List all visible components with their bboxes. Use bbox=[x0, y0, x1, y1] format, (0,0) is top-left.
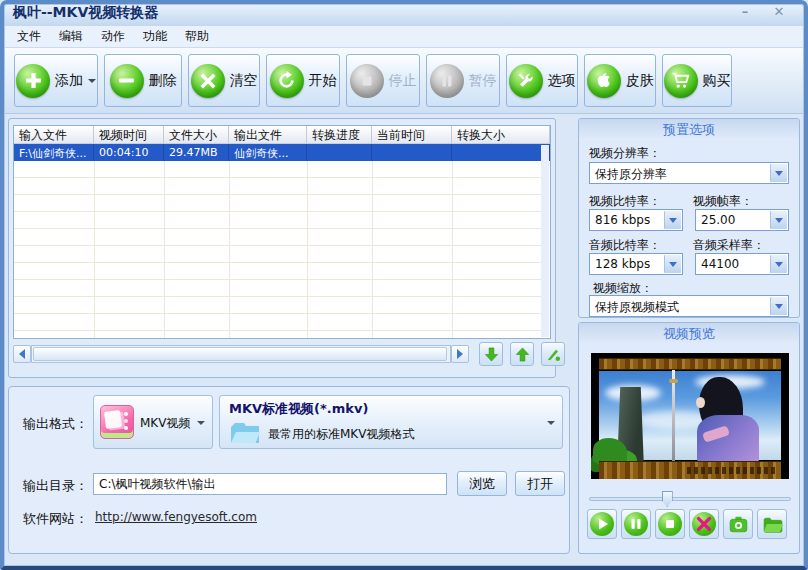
seek-slider[interactable] bbox=[589, 491, 791, 507]
slider-track[interactable] bbox=[589, 497, 791, 501]
play-icon bbox=[590, 512, 614, 536]
scrollbar-track[interactable] bbox=[31, 345, 451, 363]
open-folder-icon bbox=[761, 513, 784, 536]
scroll-right-button[interactable] bbox=[451, 345, 469, 363]
framerate-label: 视频帧率： bbox=[693, 193, 753, 210]
menu-function[interactable]: 功能 bbox=[134, 26, 176, 47]
options-button[interactable]: 选项 bbox=[506, 54, 578, 107]
output-dir-input[interactable] bbox=[93, 473, 447, 495]
col-progress[interactable]: 转换进度 bbox=[307, 126, 372, 143]
start-refresh-icon bbox=[270, 64, 304, 98]
add-button[interactable]: 添加 bbox=[14, 54, 98, 107]
video-scene bbox=[599, 371, 781, 460]
stop-preview-button[interactable] bbox=[655, 509, 685, 539]
video-zoom-dropdown[interactable]: 保持原视频模式 bbox=[589, 295, 789, 317]
audio-bitrate-dropdown[interactable]: 128 kbps bbox=[589, 253, 683, 275]
menu-edit[interactable]: 编辑 bbox=[50, 26, 92, 47]
video-bitrate-label: 视频比特率： bbox=[589, 193, 661, 210]
dropdown-button[interactable] bbox=[770, 164, 787, 182]
left-arrow-icon bbox=[14, 349, 25, 359]
pause-icon bbox=[624, 512, 648, 536]
col-output-file[interactable]: 输出文件 bbox=[229, 126, 307, 143]
snapshot-button[interactable] bbox=[723, 509, 753, 539]
move-up-button[interactable] bbox=[510, 342, 534, 366]
move-down-button[interactable] bbox=[479, 342, 503, 366]
preset-options-box: 预置选项 视频分辨率： 保持原分辨率 视频比特率： 视频帧率： 816 kbps… bbox=[578, 118, 800, 318]
vertical-scroll-strip bbox=[541, 145, 549, 337]
clear-x-icon bbox=[191, 64, 225, 98]
col-file-size[interactable]: 文件大小 bbox=[164, 126, 229, 143]
dropdown-button[interactable] bbox=[770, 255, 787, 273]
dropdown-caret-icon bbox=[197, 421, 205, 429]
menu-action[interactable]: 动作 bbox=[92, 26, 134, 47]
video-bitrate-dropdown[interactable]: 816 kbps bbox=[589, 209, 683, 231]
mkv-format-icon bbox=[100, 405, 134, 439]
play-button[interactable] bbox=[587, 509, 617, 539]
dropdown-caret-icon bbox=[88, 79, 96, 87]
cancel-button[interactable] bbox=[689, 509, 719, 539]
menu-file[interactable]: 文件 bbox=[8, 26, 50, 47]
clear-button[interactable]: 清空 bbox=[188, 54, 260, 107]
col-current-time[interactable]: 当前时间 bbox=[372, 126, 452, 143]
open-folder-button[interactable] bbox=[757, 509, 787, 539]
col-converted-size[interactable]: 转换大小 bbox=[452, 126, 550, 143]
chevron-down-icon bbox=[669, 262, 677, 271]
cancel-x-icon bbox=[692, 512, 716, 536]
resolution-dropdown[interactable]: 保持原分辨率 bbox=[589, 162, 789, 184]
website-link[interactable]: http://www.fengyesoft.com bbox=[95, 510, 257, 524]
format-dropdown[interactable]: MKV视频 bbox=[93, 395, 213, 449]
add-plus-icon bbox=[16, 64, 50, 98]
profile-dropdown[interactable]: MKV标准视频(*.mkv) 最常用的标准MKV视频格式 bbox=[219, 395, 563, 449]
stop-button[interactable]: 停止 bbox=[346, 54, 420, 107]
edit-pen-button[interactable] bbox=[541, 342, 565, 366]
buy-cart-icon bbox=[664, 64, 698, 98]
website-label: 软件网站： bbox=[23, 510, 88, 528]
file-list-panel: 输入文件 视频时间 文件大小 输出文件 转换进度 当前时间 转换大小 F:\仙剑… bbox=[8, 118, 556, 378]
col-input-file[interactable]: 输入文件 bbox=[14, 126, 94, 143]
format-value: MKV视频 bbox=[140, 415, 190, 432]
start-button[interactable]: 开始 bbox=[266, 54, 340, 107]
stop-square-icon bbox=[350, 64, 384, 98]
dropdown-button[interactable] bbox=[664, 211, 681, 229]
menu-help[interactable]: 帮助 bbox=[176, 26, 218, 47]
ornate-border-top bbox=[599, 358, 781, 370]
profile-desc: 最常用的标准MKV视频格式 bbox=[268, 426, 414, 443]
table-row-selected[interactable]: F:\仙剑奇侠... 00:04:10 29.47MB 仙剑奇侠... bbox=[14, 144, 550, 161]
browse-button[interactable]: 浏览 bbox=[457, 471, 507, 496]
delete-button[interactable]: 删除 bbox=[104, 54, 182, 107]
video-preview-frame bbox=[591, 353, 789, 479]
output-dir-label: 输出目录： bbox=[23, 477, 88, 495]
chevron-down-icon bbox=[775, 218, 783, 227]
dropdown-button[interactable] bbox=[770, 211, 787, 229]
close-button[interactable]: ✕ bbox=[768, 4, 790, 19]
slider-thumb[interactable] bbox=[662, 491, 673, 507]
buy-button[interactable]: 购买 bbox=[662, 54, 732, 107]
open-button[interactable]: 打开 bbox=[515, 471, 565, 496]
stop-icon bbox=[658, 512, 682, 536]
window-title: 枫叶--MKV视频转换器 bbox=[13, 4, 158, 22]
chevron-down-icon bbox=[669, 218, 677, 227]
pause-preview-button[interactable] bbox=[621, 509, 651, 539]
dropdown-button[interactable] bbox=[770, 297, 787, 315]
scroll-left-button[interactable] bbox=[13, 345, 31, 363]
framerate-dropdown[interactable]: 25.00 bbox=[695, 209, 789, 231]
file-table-header: 输入文件 视频时间 文件大小 输出文件 转换进度 当前时间 转换大小 bbox=[14, 126, 550, 144]
menu-bar: 文件 编辑 动作 功能 帮助 bbox=[4, 26, 804, 48]
scrollbar-thumb[interactable] bbox=[33, 347, 447, 361]
horizontal-scrollbar bbox=[13, 345, 469, 363]
snapshot-camera-icon bbox=[727, 513, 750, 536]
folder-icon bbox=[229, 420, 261, 446]
dropdown-caret-icon bbox=[547, 421, 555, 429]
video-preview-title: 视频预览 bbox=[579, 323, 799, 343]
character-face bbox=[696, 397, 705, 408]
sample-rate-label: 音频采样率： bbox=[693, 237, 765, 254]
minimize-button[interactable]: – bbox=[734, 4, 756, 19]
sample-rate-dropdown[interactable]: 44100 bbox=[695, 253, 789, 275]
chevron-down-icon bbox=[775, 262, 783, 271]
output-format-label: 输出格式： bbox=[23, 415, 88, 433]
pause-button[interactable]: 暂停 bbox=[426, 54, 500, 107]
skin-button[interactable]: 皮肤 bbox=[584, 54, 656, 107]
col-duration[interactable]: 视频时间 bbox=[94, 126, 164, 143]
dropdown-button[interactable] bbox=[664, 255, 681, 273]
preset-options-title: 预置选项 bbox=[579, 119, 799, 139]
